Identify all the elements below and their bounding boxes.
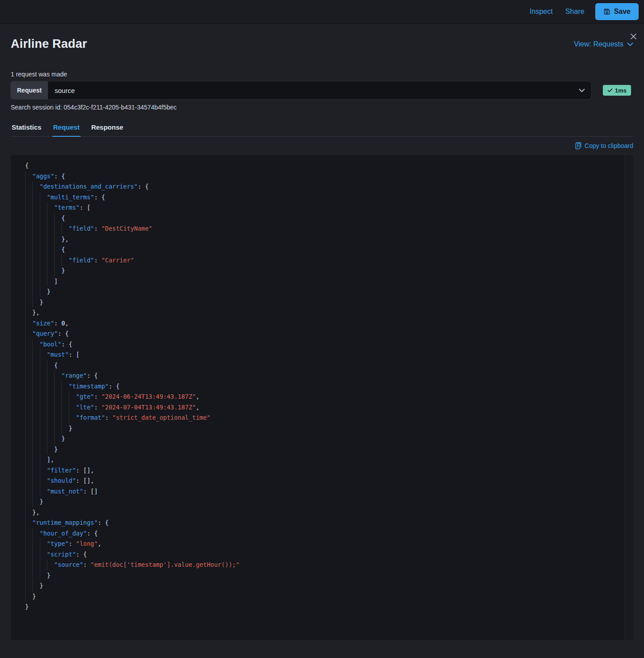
code-line: "source": "emit(doc['timestamp'].value.g…: [25, 560, 623, 570]
page-title: Airline Radar: [11, 37, 87, 51]
code-line: }: [25, 591, 623, 602]
save-icon: [603, 8, 610, 15]
save-button-label: Save: [614, 8, 631, 16]
code-line: "field": "DestCityName": [25, 224, 623, 234]
code-line: }: [25, 581, 623, 591]
save-button[interactable]: Save: [595, 3, 639, 20]
request-time-label: 1ms: [615, 87, 627, 94]
code-line: "field": "Carrier": [25, 255, 623, 266]
code-line: "format": "strict_date_optional_time": [25, 413, 623, 423]
code-line: "type": "long",: [25, 539, 623, 549]
request-select-value: source: [48, 81, 572, 99]
view-selector-label: View: Requests: [574, 40, 623, 48]
code-line: "bool": {: [25, 339, 623, 350]
request-code: {"aggs": {"destinations_and_carriers": {…: [25, 160, 623, 612]
code-line: "must_not": []: [25, 486, 623, 497]
clipboard-icon: [575, 142, 581, 149]
code-line: {: [25, 360, 623, 371]
check-icon: [607, 88, 613, 93]
code-line: "size": 0,: [25, 318, 623, 329]
editor-scrollbar-gutter[interactable]: [625, 155, 633, 640]
code-line: "runtime_mappings": {: [25, 518, 623, 528]
view-selector-dropdown[interactable]: View: Requests: [574, 38, 633, 51]
code-line: "lte": "2024-07-04T13:49:43.187Z",: [25, 402, 623, 413]
code-line: "aggs": {: [25, 171, 623, 182]
code-line: }: [25, 444, 623, 455]
code-line: "query": {: [25, 329, 623, 339]
code-line: "hour_of_day": {: [25, 528, 623, 539]
code-line: {: [25, 213, 623, 224]
code-line: "timestamp": {: [25, 381, 623, 392]
request-time-badge: 1ms: [603, 85, 631, 96]
request-selector-row: Request source 1ms: [11, 81, 633, 99]
code-line: ]: [25, 276, 623, 287]
code-line: },: [25, 308, 623, 318]
code-line: "gte": "2024-06-24T13:49:43.187Z",: [25, 392, 623, 402]
code-line: "multi_terms": {: [25, 192, 623, 203]
top-app-bar: Inspect Share Save: [0, 0, 644, 24]
code-line: }: [25, 266, 623, 276]
code-line: }: [25, 287, 623, 297]
code-line: {: [25, 245, 623, 255]
code-line: ],: [25, 455, 623, 465]
inspector-tabs: Statistics Request Response: [11, 121, 633, 137]
request-select-prepend-label: Request: [11, 81, 48, 99]
copy-to-clipboard-label: Copy to clipboard: [585, 142, 633, 149]
copy-to-clipboard-button[interactable]: Copy to clipboard: [575, 141, 633, 150]
code-line: }: [25, 497, 623, 507]
request-select[interactable]: Request source: [11, 81, 591, 99]
close-icon[interactable]: [628, 31, 639, 42]
code-line: "terms": [: [25, 202, 623, 213]
code-line: }: [25, 297, 623, 308]
tab-statistics[interactable]: Statistics: [11, 121, 42, 136]
share-button[interactable]: Share: [559, 4, 591, 19]
search-session-id: Search session id: 054c3f2c-f211-4205-b4…: [11, 104, 633, 111]
inspect-button[interactable]: Inspect: [523, 4, 559, 19]
code-line: "range": {: [25, 371, 623, 381]
code-line: },: [25, 507, 623, 518]
code-line: },: [25, 234, 623, 245]
code-line: "filter": [],: [25, 465, 623, 476]
code-line: }: [25, 423, 623, 434]
code-line: }: [25, 602, 623, 612]
code-line: "script": {: [25, 549, 623, 560]
code-line: "must": [: [25, 350, 623, 360]
code-line: "destinations_and_carriers": {: [25, 181, 623, 192]
request-code-editor[interactable]: {"aggs": {"destinations_and_carriers": {…: [11, 155, 633, 640]
flyout-header: Airline Radar View: Requests: [11, 24, 633, 51]
chevron-down-icon: [627, 42, 633, 46]
code-line: {: [25, 160, 623, 171]
requests-summary: 1 request was made: [11, 71, 633, 78]
tab-request[interactable]: Request: [52, 121, 80, 136]
inspect-flyout: Airline Radar View: Requests 1 request w…: [0, 24, 644, 640]
code-line: "should": [],: [25, 476, 623, 486]
chevron-down-icon: [572, 81, 591, 99]
copy-row: Copy to clipboard: [11, 141, 633, 150]
tab-response[interactable]: Response: [90, 121, 124, 136]
code-line: }: [25, 570, 623, 581]
code-line: }: [25, 434, 623, 444]
